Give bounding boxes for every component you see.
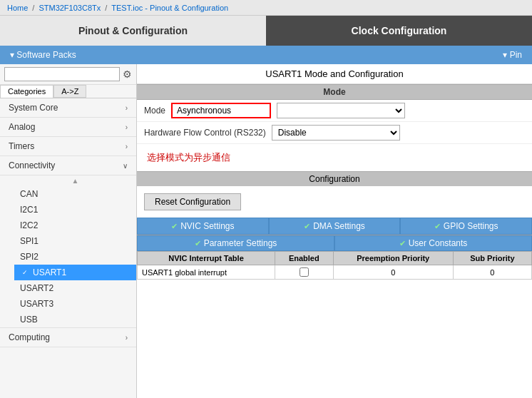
dma-tab-label: DMA Settings: [313, 221, 365, 231]
sidebar-item-computing[interactable]: Computing ›: [0, 328, 136, 347]
breadcrumb-mcu[interactable]: STM32F103C8Tx: [34, 4, 105, 12]
sidebar-subitem-spi2[interactable]: SPI2: [14, 249, 136, 265]
user-const-tab-label: User Constants: [409, 238, 468, 248]
tab-pinout[interactable]: Pinout & Configuration: [0, 16, 266, 46]
sidebar-subitem-spi1[interactable]: SPI1: [14, 233, 136, 249]
sidebar-item-connectivity[interactable]: Connectivity ∨: [0, 156, 136, 175]
usart1-check-icon: [20, 267, 30, 277]
filter-tab-az[interactable]: A->Z: [53, 85, 86, 98]
reset-configuration-button[interactable]: Reset Configuration: [144, 193, 241, 210]
sub-tab-software-packs[interactable]: ▾ Software Packs: [0, 46, 86, 64]
nvic-row-sub: 0: [453, 265, 531, 280]
sidebar-item-analog[interactable]: Analog ›: [0, 118, 136, 137]
breadcrumb-file[interactable]: TEST.ioc - Pinout & Configuration: [107, 4, 232, 12]
nvic-enabled-checkbox[interactable]: [300, 267, 309, 277]
mode-select[interactable]: [277, 103, 405, 118]
param-tab-label: Parameter Settings: [204, 238, 277, 248]
user-const-check-icon: ✔: [399, 239, 406, 248]
sidebar: ⚙ Categories A->Z System Core › Analog ›…: [0, 64, 137, 398]
content-area: USART1 Mode and Configuration Mode Mode …: [137, 64, 532, 398]
nvic-col-name: NVIC Interrupt Table: [138, 252, 275, 265]
main-layout: ⚙ Categories A->Z System Core › Analog ›…: [0, 64, 532, 398]
sidebar-subitem-can[interactable]: CAN: [14, 186, 136, 202]
nvic-col-enabled: Enabled: [275, 252, 334, 265]
chevron-right-icon: ›: [126, 143, 128, 150]
breadcrumb: Home / STM32F103C8Tx / TEST.ioc - Pinout…: [0, 0, 532, 16]
nvic-row-enabled: [275, 265, 334, 280]
tab-nvic-settings[interactable]: ✔ NVIC Settings: [137, 218, 269, 235]
gear-icon[interactable]: ⚙: [123, 68, 132, 80]
mode-section-header: Mode: [137, 84, 532, 100]
chevron-right-icon: ›: [126, 334, 128, 342]
sidebar-label-timers: Timers: [9, 141, 34, 151]
sidebar-subitem-i2c2[interactable]: I2C2: [14, 218, 136, 233]
tab-user-constants[interactable]: ✔ User Constants: [334, 235, 532, 251]
top-tabs: Pinout & Configuration Clock Configurati…: [0, 16, 532, 46]
search-input[interactable]: [4, 67, 120, 81]
hw-flow-row: Hardware Flow Control (RS232) Disable: [137, 122, 532, 144]
chinese-note: 选择模式为异步通信: [137, 144, 532, 171]
mode-value: Asynchronous: [171, 103, 271, 118]
gpio-check-icon: ✔: [434, 222, 441, 231]
tab-param-settings[interactable]: ✔ Parameter Settings: [137, 235, 334, 251]
sidebar-item-timers[interactable]: Timers ›: [0, 137, 136, 156]
chevron-right-icon: ›: [126, 123, 128, 131]
filter-tab-categories[interactable]: Categories: [0, 85, 53, 98]
config-section-header: Configuration: [137, 171, 532, 186]
nvic-interrupt-table: NVIC Interrupt Table Enabled Preemption …: [137, 251, 532, 280]
tab-gpio-settings[interactable]: ✔ GPIO Settings: [400, 218, 532, 235]
config-tabs-row1: ✔ NVIC Settings ✔ DMA Settings ✔ GPIO Se…: [137, 218, 532, 235]
scroll-up-indicator: ▲: [14, 175, 136, 186]
breadcrumb-home[interactable]: Home: [3, 4, 32, 12]
nvic-check-icon: ✔: [171, 222, 178, 231]
hw-flow-label: Hardware Flow Control (RS232): [144, 128, 266, 138]
search-row: ⚙: [0, 64, 136, 85]
sidebar-subitem-usart3[interactable]: USART3: [14, 296, 136, 312]
nvic-col-sub: Sub Priority: [453, 252, 531, 265]
nvic-row-name: USART1 global interrupt: [138, 265, 275, 280]
sidebar-item-system-core[interactable]: System Core ›: [0, 98, 136, 118]
nvic-col-preemption: Preemption Priority: [333, 252, 453, 265]
sidebar-subitem-i2c1[interactable]: I2C1: [14, 202, 136, 218]
sidebar-label-computing: Computing: [9, 332, 50, 342]
reset-btn-row: Reset Configuration: [137, 186, 532, 218]
sidebar-subitem-usart1[interactable]: USART1: [14, 265, 136, 280]
sidebar-label-connectivity: Connectivity: [9, 160, 55, 170]
content-title: USART1 Mode and Configuration: [137, 64, 532, 84]
sub-tab-pin[interactable]: ▾ Pin: [493, 46, 532, 64]
connectivity-subitems: ▲ CAN I2C1 I2C2 SPI1 SPI2 USART1 USART2 …: [0, 175, 136, 328]
mode-label: Mode: [144, 106, 165, 116]
dma-check-icon: ✔: [304, 222, 310, 231]
nvic-row-preemption: 0: [333, 265, 453, 280]
config-tabs-row2: ✔ Parameter Settings ✔ User Constants: [137, 235, 532, 251]
sidebar-subitem-usb[interactable]: USB: [14, 312, 136, 327]
sub-tabs: ▾ Software Packs ▾ Pin: [0, 46, 532, 64]
table-row: USART1 global interrupt 0 0: [138, 265, 532, 280]
sidebar-label-system-core: System Core: [9, 103, 58, 113]
param-check-icon: ✔: [195, 239, 201, 248]
sidebar-subitem-usart2[interactable]: USART2: [14, 280, 136, 296]
gpio-tab-label: GPIO Settings: [444, 221, 498, 231]
tab-clock[interactable]: Clock Configuration: [266, 16, 532, 46]
tab-dma-settings[interactable]: ✔ DMA Settings: [269, 218, 401, 235]
sidebar-label-analog: Analog: [9, 122, 35, 132]
hw-flow-select[interactable]: Disable: [272, 125, 400, 141]
nvic-tab-label: NVIC Settings: [180, 221, 234, 231]
chevron-down-icon: ∨: [123, 162, 128, 170]
chevron-right-icon: ›: [126, 104, 128, 112]
filter-tabs: Categories A->Z: [0, 85, 136, 98]
mode-row: Mode Asynchronous: [137, 100, 532, 122]
